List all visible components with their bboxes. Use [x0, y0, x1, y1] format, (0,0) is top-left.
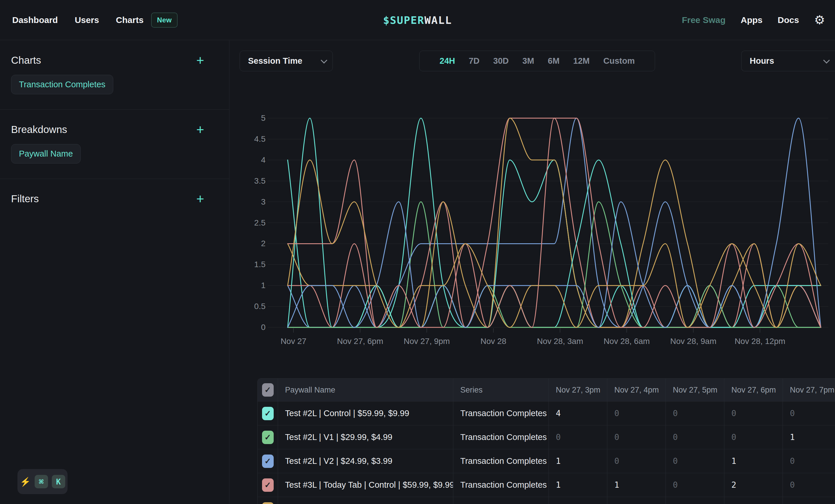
row-checkbox[interactable]: ✓ — [262, 502, 274, 504]
x-axis-label: Nov 28 — [481, 337, 506, 346]
breakdown-pill-paywall-name[interactable]: Paywall Name — [11, 144, 81, 164]
value-cell: 0 — [666, 402, 725, 425]
table-header-row: ✓Paywall NameSeriesNov 27, 3pmNov 27, 4p… — [258, 379, 835, 401]
add-breakdown-button[interactable]: + — [196, 124, 218, 135]
metric-select-value: Session Time — [248, 56, 302, 66]
x-axis-label: Nov 28, 9am — [670, 337, 716, 346]
value-cell: 0 — [666, 449, 725, 473]
x-axis-label: Nov 27, 6pm — [337, 337, 383, 346]
nav-item-free-swag[interactable]: Free Swag — [682, 15, 726, 25]
paywall-name-cell: Test #3L | Today Tab | Control | $59.99,… — [278, 473, 453, 497]
time-range-tabs: 24H 7D 30D 3M 6M 12M Custom — [419, 50, 655, 71]
value-cell: 2 — [549, 497, 607, 504]
value-cell: 0 — [725, 402, 783, 425]
top-nav: Dashboard Users Charts New $SUPERWALL Fr… — [0, 0, 835, 40]
y-axis-label: 1.5 — [254, 260, 266, 269]
nav-item-charts[interactable]: Charts — [116, 15, 144, 25]
metric-select-dropdown[interactable]: Session Time — [240, 50, 333, 71]
chart-pill-transaction-completes[interactable]: Transaction Completes — [11, 75, 113, 94]
x-axis-label: Nov 28, 12pm — [735, 337, 785, 346]
sidebar: Charts + Transaction Completes Breakdown… — [0, 40, 229, 504]
y-axis-label: 3 — [261, 197, 266, 206]
table-row: ✓Test #2L | Control | $59.99, $9.99Trans… — [258, 401, 835, 425]
value-cell: 0 — [607, 402, 666, 425]
value-cell: 0 — [607, 425, 666, 449]
command-palette-shortcut[interactable]: ⚡ ⌘ K — [18, 469, 67, 494]
value-cell: 1 — [607, 473, 666, 497]
y-axis-label: 2.5 — [254, 218, 266, 227]
add-filter-button[interactable]: + — [196, 193, 218, 204]
paywall-name-cell: Test #2L | Control | $59.99, $9.99 — [278, 402, 453, 425]
value-cell: 0 — [783, 473, 835, 497]
row-checkbox[interactable]: ✓ — [262, 407, 274, 420]
row-checkbox-cell: ✓ — [258, 449, 278, 473]
row-checkbox-cell: ✓ — [258, 497, 278, 504]
unit-select-dropdown[interactable]: Hours — [741, 50, 835, 71]
sidebar-section-breakdowns: Breakdowns + Paywall Name — [0, 110, 229, 179]
y-axis-label: 2 — [261, 239, 266, 248]
lightning-bolt-icon: ⚡ — [20, 477, 30, 487]
table-row: ✓Test #2L | V1 | $29.99, $4.99Transactio… — [258, 425, 835, 449]
table-body: ✓Test #2L | Control | $59.99, $9.99Trans… — [258, 401, 835, 504]
add-chart-button[interactable]: + — [196, 55, 218, 65]
nav-item-users[interactable]: Users — [75, 15, 99, 25]
logo-rest-text: WALL — [425, 14, 452, 26]
sidebar-breakdowns-header: Breakdowns + — [11, 124, 218, 135]
nav-item-docs[interactable]: Docs — [778, 15, 799, 25]
row-checkbox[interactable]: ✓ — [262, 455, 274, 468]
range-tab-30d[interactable]: 30D — [493, 56, 509, 66]
sidebar-breakdowns-title: Breakdowns — [11, 124, 67, 135]
paywall-name-cell: Test #3L | Today Tab | V1 | $29.99, $4.9… — [278, 497, 453, 504]
y-axis-label: 4 — [261, 155, 266, 164]
y-axis-label: 4.5 — [254, 134, 266, 144]
value-cell: 2 — [725, 473, 783, 497]
range-tab-3m[interactable]: 3M — [522, 56, 534, 66]
series-cell: Transaction Completes — [453, 402, 549, 425]
range-tab-6m[interactable]: 6M — [548, 56, 559, 66]
value-cell: 0 — [783, 449, 835, 473]
column-header: Nov 27, 7pm — [783, 379, 835, 401]
value-cell: 1 — [783, 497, 835, 504]
sidebar-filters-title: Filters — [11, 193, 39, 205]
row-checkbox-cell: ✓ — [258, 402, 278, 425]
row-checkbox[interactable]: ✓ — [262, 478, 274, 492]
value-cell: 0 — [666, 425, 725, 449]
command-key-icon: ⌘ — [35, 475, 48, 488]
range-tab-7d[interactable]: 7D — [469, 56, 480, 66]
value-cell: 1 — [725, 449, 783, 473]
superwall-dashboard: Dashboard Users Charts New $SUPERWALL Fr… — [0, 0, 835, 504]
value-cell: 0 — [725, 425, 783, 449]
x-axis-label: Nov 27, 9pm — [404, 337, 450, 346]
row-checkbox[interactable]: ✓ — [262, 431, 274, 444]
chevron-down-icon — [321, 57, 328, 63]
superwall-logo: $SUPERWALL — [383, 14, 452, 26]
sidebar-filters-header: Filters + — [11, 193, 218, 205]
nav-item-dashboard[interactable]: Dashboard — [12, 15, 58, 25]
value-cell: 4 — [549, 402, 607, 425]
sidebar-section-charts: Charts + Transaction Completes — [0, 40, 229, 110]
breakdown-table: ✓Paywall NameSeriesNov 27, 3pmNov 27, 4p… — [257, 378, 835, 504]
column-header: Paywall Name — [278, 379, 453, 401]
value-cell: 0 — [549, 425, 607, 449]
new-badge: New — [151, 13, 178, 28]
range-tab-custom[interactable]: Custom — [603, 56, 635, 66]
sidebar-section-filters: Filters + — [0, 179, 229, 220]
select-all-checkbox[interactable]: ✓ — [262, 383, 274, 397]
x-axis-label: Nov 28, 3am — [537, 337, 583, 346]
nav-left-group: Dashboard Users Charts New — [0, 13, 178, 28]
y-axis-label: 5 — [261, 113, 266, 123]
value-cell: 1 — [549, 473, 607, 497]
y-axis-label: 3.5 — [254, 176, 266, 185]
value-cell: 1 — [666, 497, 725, 504]
table-row: ✓Test #2L | V2 | $24.99, $3.99Transactio… — [258, 449, 835, 473]
nav-item-apps[interactable]: Apps — [741, 15, 762, 25]
unit-select-value: Hours — [750, 56, 774, 66]
range-tab-12m[interactable]: 12M — [573, 56, 590, 66]
paywall-name-cell: Test #2L | V1 | $29.99, $4.99 — [278, 425, 453, 449]
value-cell: 1 — [783, 425, 835, 449]
k-key-icon: K — [52, 475, 65, 488]
range-tab-24h[interactable]: 24H — [440, 56, 455, 66]
gear-icon[interactable]: ⚙ — [814, 14, 825, 26]
column-header: Series — [453, 379, 549, 401]
value-cell: 1 — [549, 449, 607, 473]
